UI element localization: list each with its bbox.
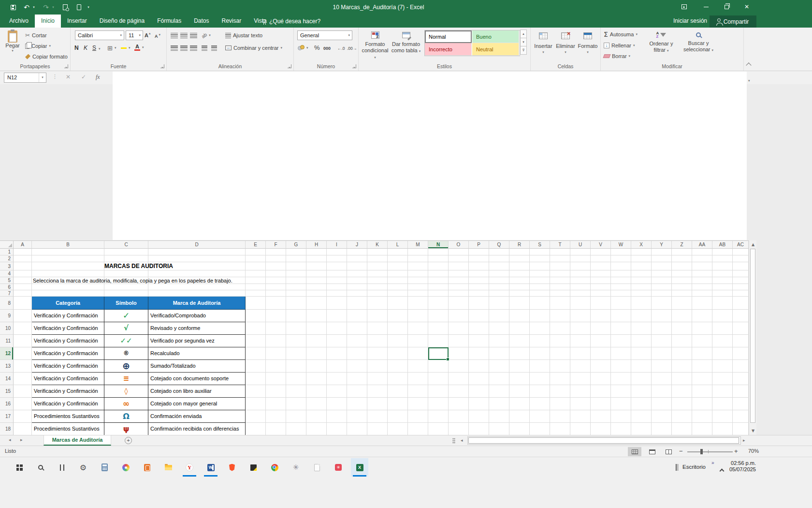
row-header-7[interactable]: 7 bbox=[0, 290, 14, 297]
task-view-icon[interactable] bbox=[53, 458, 71, 477]
column-header-W[interactable]: W bbox=[611, 241, 631, 249]
row-header-14[interactable]: 14 bbox=[0, 373, 14, 385]
sort-filter-button[interactable]: AZ Ordenar y filtrar ▾ bbox=[646, 29, 676, 54]
row-header-12[interactable]: 12 bbox=[0, 347, 14, 360]
row-header-16[interactable]: 16 bbox=[0, 398, 14, 410]
table-cell-category[interactable]: Verificación y Confirmación bbox=[32, 310, 104, 322]
align-bottom-icon[interactable] bbox=[190, 30, 197, 40]
row-header-4[interactable]: 4 bbox=[0, 270, 14, 277]
column-header-U[interactable]: U bbox=[570, 241, 591, 249]
table-cell-category[interactable]: Verificación y Confirmación bbox=[32, 335, 104, 347]
gallery-more-icon[interactable]: ⊽ bbox=[520, 46, 527, 55]
column-header-V[interactable]: V bbox=[591, 241, 611, 249]
conditional-formatting-button[interactable]: Formato condicional ▾ bbox=[361, 29, 390, 61]
column-header-B[interactable]: B bbox=[32, 241, 104, 249]
clear-button[interactable]: Borrar▾ bbox=[604, 51, 630, 61]
fill-color-button[interactable]: ▾ bbox=[121, 43, 130, 53]
search-icon[interactable] bbox=[32, 458, 49, 477]
font-dialog-launcher-icon[interactable] bbox=[160, 64, 164, 68]
table-cell-category[interactable]: Verificación y Confirmación bbox=[32, 373, 104, 385]
cell-style-bueno[interactable]: Bueno bbox=[472, 30, 519, 43]
horizontal-scrollbar[interactable] bbox=[467, 436, 741, 445]
row-header-15[interactable]: 15 bbox=[0, 385, 14, 398]
minimize-button[interactable] bbox=[699, 1, 713, 13]
font-color-button[interactable]: A▾ bbox=[134, 43, 144, 52]
tab-dise-o-de-p-gina[interactable]: Diseño de página bbox=[93, 15, 151, 28]
table-cell-mark[interactable]: Sumado/Totalizado bbox=[148, 360, 246, 373]
tab-datos[interactable]: Datos bbox=[188, 15, 215, 28]
table-cell-mark[interactable]: Cotejado con documento soporte bbox=[148, 373, 246, 385]
column-header-A[interactable]: A bbox=[14, 241, 32, 249]
name-box[interactable]: N12▾ bbox=[4, 73, 46, 83]
wrap-text-button[interactable]: Ajustar texto bbox=[225, 30, 262, 40]
format-as-table-button[interactable]: Dar formato como tabla ▾ bbox=[391, 29, 421, 55]
insert-function-icon[interactable]: fx bbox=[96, 74, 100, 81]
page-break-view-button[interactable] bbox=[662, 447, 675, 456]
align-middle-icon[interactable] bbox=[180, 30, 188, 40]
table-cell-mark[interactable]: Recalculado bbox=[148, 347, 246, 360]
brave-icon[interactable] bbox=[223, 458, 241, 477]
table-cell-symbol[interactable]: ∞ bbox=[104, 398, 148, 410]
number-dialog-launcher-icon[interactable] bbox=[352, 64, 356, 68]
merge-center-button[interactable]: ↔Combinar y centrar▾ bbox=[225, 43, 282, 53]
row-header-3[interactable]: 3 bbox=[0, 262, 14, 270]
table-cell-mark[interactable]: Revisado y conforme bbox=[148, 322, 246, 335]
code-editor-icon[interactable] bbox=[245, 458, 262, 477]
yandex-browser-icon[interactable] bbox=[181, 458, 198, 477]
column-header-E[interactable]: E bbox=[246, 241, 266, 249]
paint-icon[interactable] bbox=[117, 458, 134, 477]
align-right-icon[interactable] bbox=[190, 43, 197, 53]
align-top-icon[interactable] bbox=[171, 30, 178, 40]
cut-button[interactable]: ✂Cortar bbox=[25, 30, 47, 40]
start-icon[interactable] bbox=[11, 458, 28, 477]
cell-style-neutral[interactable]: Neutral bbox=[472, 43, 519, 56]
tab-archivo[interactable]: Archivo bbox=[3, 15, 35, 28]
cell-style-incorrecto[interactable]: Incorrecto bbox=[425, 43, 472, 56]
row-header-17[interactable]: 17 bbox=[0, 410, 14, 423]
column-header-M[interactable]: M bbox=[408, 241, 428, 249]
photos-icon[interactable] bbox=[330, 458, 347, 477]
table-cell-symbol[interactable]: ® bbox=[104, 347, 148, 360]
hscroll-left-icon[interactable]: ◂ bbox=[461, 438, 463, 443]
autosum-button[interactable]: ΣAutosuma▾ bbox=[604, 30, 638, 39]
font-size-select[interactable]: 11▾ bbox=[126, 30, 143, 40]
cancel-icon[interactable]: ✕ bbox=[66, 74, 71, 80]
find-select-button[interactable]: Buscar y seleccionar ▾ bbox=[679, 29, 718, 54]
table-cell-symbol[interactable]: Ω bbox=[104, 410, 148, 423]
column-header-AC[interactable]: AC bbox=[733, 241, 749, 249]
settings-icon[interactable] bbox=[74, 458, 92, 477]
comma-style-button[interactable]: 000 bbox=[323, 44, 331, 53]
collapse-ribbon-icon[interactable] bbox=[746, 62, 751, 68]
calculator-icon[interactable] bbox=[96, 458, 113, 477]
column-header-G[interactable]: G bbox=[286, 241, 306, 249]
tab-area-resize-handle[interactable] bbox=[452, 438, 455, 444]
restore-button[interactable] bbox=[719, 1, 734, 13]
table-cell-category[interactable]: Verificación y Confirmación bbox=[32, 385, 104, 398]
desktop-toolbar-label[interactable]: Escritorio bbox=[682, 464, 706, 470]
column-header-Q[interactable]: Q bbox=[489, 241, 509, 249]
row-header-13[interactable]: 13 bbox=[0, 360, 14, 373]
underline-dropdown-icon[interactable]: ▾ bbox=[99, 44, 101, 54]
table-cell-symbol[interactable]: ✓ bbox=[104, 310, 148, 322]
cell-style-normal[interactable]: Normal bbox=[425, 30, 472, 43]
column-header-Y[interactable]: Y bbox=[652, 241, 672, 249]
page-layout-view-button[interactable] bbox=[645, 447, 659, 456]
scroll-up-icon[interactable]: ▲ bbox=[749, 242, 757, 247]
fill-button[interactable]: ↓Rellenar▾ bbox=[604, 41, 635, 50]
row-header-11[interactable]: 11 bbox=[0, 335, 14, 347]
tab-revisar[interactable]: Revisar bbox=[216, 15, 248, 28]
styles-gallery-scroll[interactable]: ▴ ▾ ⊽ bbox=[520, 30, 527, 55]
new-sheet-icon[interactable]: + bbox=[125, 437, 132, 444]
row-header-9[interactable]: 9 bbox=[0, 310, 14, 322]
column-header-C[interactable]: C bbox=[104, 241, 148, 249]
hscroll-right-icon[interactable]: ▸ bbox=[743, 438, 745, 443]
format-painter-button[interactable]: Copiar formato bbox=[25, 52, 68, 61]
copy-button[interactable]: Copiar▾ bbox=[25, 41, 51, 51]
table-cell-category[interactable]: Verificación y Confirmación bbox=[32, 322, 104, 335]
file-explorer-icon[interactable] bbox=[160, 458, 177, 477]
column-header-K[interactable]: K bbox=[367, 241, 388, 249]
align-center-icon[interactable] bbox=[180, 43, 188, 53]
tab-insertar[interactable]: Insertar bbox=[61, 15, 93, 28]
table-cell-category[interactable]: Verificación y Confirmación bbox=[32, 398, 104, 410]
word-icon[interactable] bbox=[202, 458, 219, 477]
